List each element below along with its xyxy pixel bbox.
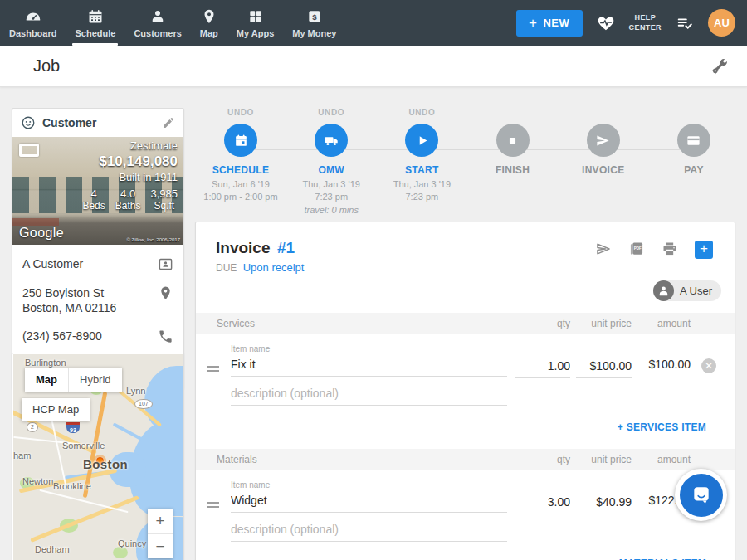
map-canvas[interactable]: Burlington Lynn 107 2 93 Somerville ham …: [13, 354, 183, 560]
zestimate-value: $10,149,080: [82, 153, 178, 171]
step-title: FINISH: [496, 164, 530, 176]
edit-customer-icon[interactable]: [162, 116, 175, 129]
start-step-button[interactable]: [405, 124, 438, 157]
beds-value: 4: [90, 187, 96, 200]
service-line-item: Item name $100.00 ✕: [196, 334, 735, 406]
nav-item-schedule[interactable]: Schedule: [66, 0, 124, 46]
map-park: [113, 547, 128, 558]
new-button-label: NEW: [543, 17, 569, 29]
undo-start-link[interactable]: UNDO: [408, 108, 435, 119]
map-type-map-button[interactable]: Map: [25, 368, 68, 392]
step-title[interactable]: START: [405, 164, 439, 176]
invoice-step-button[interactable]: [587, 124, 620, 157]
step-title: INVOICE: [582, 164, 624, 176]
assignee-row: A User: [196, 274, 735, 301]
drag-handle[interactable]: [208, 344, 231, 406]
beds-label: Beds: [82, 200, 105, 212]
pdf-icon[interactable]: PDF: [628, 241, 645, 257]
service-description-input[interactable]: [231, 385, 507, 406]
chat-bubble-button[interactable]: [675, 469, 727, 521]
material-name-input[interactable]: [231, 492, 507, 513]
nav-right-cluster: + NEW HELP CENTER AU: [516, 0, 747, 46]
map-label-somerville: Somerville: [62, 441, 105, 450]
customer-phone: (234) 567-8900: [22, 329, 102, 343]
avatar[interactable]: AU: [708, 9, 735, 37]
map-label-brookline: Brookline: [53, 481, 91, 491]
material-unit-price-input[interactable]: [576, 494, 632, 514]
item-name-label: Item name: [231, 480, 507, 489]
nav-label: Schedule: [75, 28, 115, 38]
map-label-burlington: Burlington: [25, 358, 66, 368]
google-logo: Google: [19, 226, 64, 241]
service-name-input[interactable]: [231, 356, 507, 377]
map-label-boston: Boston: [83, 457, 128, 471]
checklist-icon[interactable]: [676, 14, 694, 32]
add-service-row: + SERVICES ITEM: [196, 406, 735, 449]
due-terms-link[interactable]: Upon receipt: [243, 261, 305, 274]
amount-column-header: amount: [632, 454, 691, 465]
send-invoice-icon[interactable]: [595, 241, 612, 257]
invoice-header: Invoice #1 DUE Upon receipt PDF: [196, 222, 735, 274]
phone-icon[interactable]: [158, 329, 173, 344]
map-label-dedham: Dedham: [35, 544, 70, 554]
step-schedule: UNDO SCHEDULE Sun, Jan 6 '19 1:00 pm - 2…: [199, 108, 282, 222]
step-title: PAY: [684, 164, 704, 176]
add-services-item-link[interactable]: + SERVICES ITEM: [618, 421, 706, 433]
undo-omw-link[interactable]: UNDO: [318, 108, 344, 119]
customer-card-title: Customer: [42, 116, 96, 129]
step-title[interactable]: OMW: [318, 164, 344, 176]
step-dates: Thu, Jan 3 '19 7:23 pm travel: 0 mins: [303, 178, 360, 217]
material-line-item: Item name $122.97 ✕: [196, 470, 735, 542]
step-start: UNDO START Thu, Jan 3 '19 7:23 pm: [380, 108, 463, 222]
map-pin-icon: [201, 8, 217, 25]
zoom-out-button[interactable]: −: [148, 533, 173, 558]
map-type-hybrid-button[interactable]: Hybrid: [68, 368, 122, 392]
contact-card-icon[interactable]: [158, 256, 173, 272]
invoice-actions: PDF +: [595, 239, 713, 274]
service-qty-input[interactable]: [515, 358, 570, 378]
zillow-copyright: © Zillow, Inc. 2006-2017: [127, 237, 180, 242]
schedule-step-button[interactable]: [224, 124, 257, 157]
print-icon[interactable]: [662, 241, 678, 257]
help-center-link[interactable]: HELP CENTER: [629, 13, 662, 32]
invoice-card: Invoice #1 DUE Upon receipt PDF: [195, 222, 735, 560]
nav-item-my-apps[interactable]: My Apps: [227, 0, 283, 46]
delete-service-item-icon[interactable]: ✕: [701, 358, 716, 373]
calendar-step-icon: [233, 133, 249, 149]
unit-price-column-header: unit price: [576, 454, 632, 465]
map-label-quincy: Quincy: [118, 538, 146, 548]
nav-item-map[interactable]: Map: [191, 0, 227, 46]
material-qty-input[interactable]: [515, 494, 570, 514]
material-description-input[interactable]: [231, 521, 507, 542]
zoom-in-button[interactable]: +: [148, 509, 173, 533]
step-title[interactable]: SCHEDULE: [212, 164, 269, 176]
health-heart-icon[interactable]: [597, 14, 615, 32]
play-icon: [414, 133, 430, 149]
nav-item-customers[interactable]: Customers: [124, 0, 190, 46]
amount-column-header: amount: [632, 318, 691, 329]
help-line2: CENTER: [629, 23, 662, 32]
hcp-map-button[interactable]: HCP Map: [22, 398, 90, 421]
assignee-chip[interactable]: A User: [653, 280, 721, 301]
credit-card-icon: [686, 133, 701, 149]
undo-schedule-link[interactable]: UNDO: [227, 108, 254, 119]
add-invoice-item-button[interactable]: +: [695, 241, 713, 259]
step-finish: FINISH: [471, 108, 554, 222]
fullscreen-icon[interactable]: [19, 144, 39, 157]
omw-step-button[interactable]: [315, 124, 348, 157]
job-tools-icon[interactable]: [710, 57, 729, 75]
finish-step-button[interactable]: [496, 124, 530, 157]
pay-step-button[interactable]: [677, 124, 710, 157]
new-button[interactable]: + NEW: [516, 10, 583, 37]
nav-item-my-money[interactable]: $ My Money: [283, 0, 345, 46]
assignee-name: A User: [674, 285, 721, 297]
invoice-number[interactable]: #1: [277, 239, 295, 256]
location-pin-icon[interactable]: [158, 285, 173, 301]
customer-card-header: Customer: [12, 109, 183, 137]
service-unit-price-input[interactable]: [576, 358, 632, 378]
nav-items: Dashboard Schedule Customers Map My Apps…: [0, 0, 345, 46]
drag-handle[interactable]: [208, 480, 231, 542]
materials-header-band: Materials qty unit price amount: [196, 449, 735, 470]
nav-label: My Apps: [237, 28, 274, 38]
nav-item-dashboard[interactable]: Dashboard: [0, 0, 66, 46]
